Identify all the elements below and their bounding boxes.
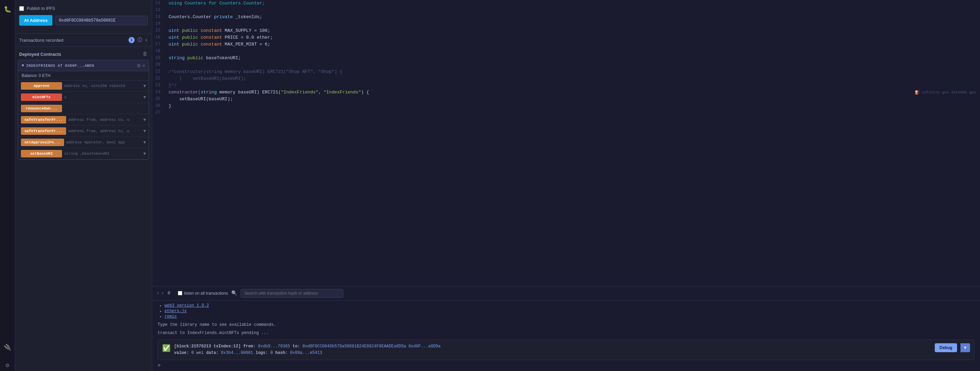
line-num-14: 14 bbox=[152, 21, 166, 27]
approve-params: address to, uint256 tokenId bbox=[64, 84, 141, 88]
line-content-20 bbox=[166, 62, 980, 68]
line-num-11: 11 bbox=[152, 0, 166, 7]
search-icon: 🔍 bbox=[231, 290, 237, 296]
listen-checkbox-row: listen on all transactions bbox=[178, 291, 228, 296]
line-num-21: 21 bbox=[152, 68, 166, 75]
code-line-22: 22 | setBaseURI(baseURI); bbox=[152, 75, 980, 82]
trash-icon[interactable]: 🗑 bbox=[143, 51, 148, 57]
bottom-bar: ‹ › 0 listen on all transactions 🔍 web3 … bbox=[152, 286, 980, 371]
code-line-25: 25 setBaseURI(baseURI); bbox=[152, 96, 980, 103]
safetransfer2-params: address from, address to, u bbox=[68, 129, 141, 133]
at-address-input[interactable] bbox=[55, 16, 148, 25]
code-line-16: 16 uint public constant PRICE = 0.0 ethe… bbox=[152, 34, 980, 41]
toolbar-row: ‹ › 0 listen on all transactions 🔍 bbox=[152, 287, 980, 301]
fn-row-safetransfer1: safeTransferFr... address from, address … bbox=[18, 114, 149, 125]
code-line-11: 11 using Counters for Counters.Counter; bbox=[152, 0, 980, 7]
line-content-19: string public baseTokenURI; bbox=[166, 55, 980, 62]
line-num-17: 17 bbox=[152, 41, 166, 48]
listen-checkbox[interactable] bbox=[178, 291, 182, 295]
line-num-22: 22 bbox=[152, 75, 166, 82]
line-content-22: | setBaseURI(baseURI); bbox=[166, 75, 980, 82]
mintnfts-button[interactable]: mintNFTs bbox=[21, 94, 62, 101]
debug-expand-button[interactable]: ▼ bbox=[961, 343, 970, 352]
gas-annotation: ⛽ infinite gas 3214000 gas bbox=[910, 89, 980, 96]
fn-row-setapproval: setApprovalFo... address operator, bool … bbox=[18, 137, 149, 148]
safetransfer1-button[interactable]: safeTransferFr... bbox=[21, 116, 66, 124]
contract-name: INDEXFRIENDS AT 0XD0F...ABD9 bbox=[26, 63, 135, 68]
line-content-25: setBaseURI(baseURI); bbox=[166, 96, 980, 103]
setapproval-button[interactable]: setApprovalFo... bbox=[21, 139, 64, 146]
at-address-button[interactable]: At Address bbox=[19, 15, 52, 26]
list-item-ethers: ethers.js bbox=[164, 309, 975, 314]
code-line-19: 19 string public baseTokenURI; bbox=[152, 55, 980, 62]
ethers-link[interactable]: ethers.js bbox=[164, 309, 187, 314]
line-num-24: 24 bbox=[152, 89, 166, 96]
tx-value: value: 0 wei data: 0x3b4...00001 logs: 0… bbox=[174, 350, 322, 355]
search-input[interactable] bbox=[240, 289, 344, 298]
mintnfts-chevron-icon[interactable]: ▼ bbox=[143, 95, 146, 100]
console-links-list: web3 version 1.9.2 ethers.js remix bbox=[158, 303, 975, 319]
fn-row-mintnfts: mintNFTs 1 ▼ bbox=[18, 92, 149, 103]
setbaseuri-button[interactable]: setBaseURI bbox=[21, 150, 62, 157]
line-content-12 bbox=[166, 7, 980, 14]
bug-icon[interactable]: 🐛 bbox=[2, 3, 13, 15]
copy-icon[interactable]: ⧉ bbox=[137, 63, 140, 68]
line-content-13: Counters.Counter private _tokenIds; bbox=[166, 14, 980, 21]
prev-arrow-icon[interactable]: ‹ bbox=[156, 290, 160, 296]
approve-chevron-icon[interactable]: ▼ bbox=[143, 84, 146, 89]
code-editor[interactable]: 11 using Counters for Counters.Counter; … bbox=[152, 0, 980, 286]
console-area: web3 version 1.9.2 ethers.js remix Type … bbox=[152, 301, 980, 371]
info-icon[interactable]: ⓘ bbox=[137, 37, 142, 43]
settings-icon[interactable]: ⚙ bbox=[3, 359, 11, 371]
left-navigation: 🐛 🔌 ⚙ bbox=[0, 0, 15, 371]
line-num-16: 16 bbox=[152, 34, 166, 41]
renounceown-button[interactable]: renounceOwn... bbox=[21, 105, 62, 112]
line-num-13: 13 bbox=[152, 14, 166, 21]
console-prompt: > bbox=[158, 363, 975, 368]
line-num-15: 15 bbox=[152, 27, 166, 34]
safetransfer2-chevron-icon[interactable]: ▼ bbox=[143, 129, 146, 134]
setbaseuri-params: string _baseTokenURI bbox=[64, 152, 141, 156]
web3-link[interactable]: web3 version 1.9.2 bbox=[164, 303, 209, 308]
fn-row-safetransfer2: safeTransferFr... address from, address … bbox=[18, 125, 149, 137]
remix-link[interactable]: remix bbox=[164, 314, 177, 319]
code-line-24: 24 constructor(string memory baseURI) ER… bbox=[152, 89, 980, 96]
transactions-row[interactable]: Transactions recorded 1 ⓘ › bbox=[15, 33, 152, 47]
contract-expand-icon[interactable]: ▼ bbox=[22, 63, 24, 68]
code-line-20: 20 bbox=[152, 62, 980, 68]
toolbar-count: 0 bbox=[167, 290, 174, 296]
code-line-13: 13 Counters.Counter private _tokenIds; bbox=[152, 14, 980, 21]
console-pending-text: transact to IndexFriends.mintNFTs pendin… bbox=[158, 330, 975, 336]
navigate-arrows[interactable]: ‹ › bbox=[156, 290, 164, 296]
setapproval-params: address operator, bool app bbox=[66, 140, 142, 144]
safetransfer1-chevron-icon[interactable]: ▼ bbox=[143, 117, 146, 122]
setbaseuri-chevron-icon[interactable]: ▼ bbox=[143, 151, 146, 156]
list-item-remix: remix bbox=[164, 314, 975, 319]
fn-row-renounceown: renounceOwn... bbox=[18, 103, 149, 114]
transactions-chevron-icon[interactable]: › bbox=[145, 37, 148, 43]
tx-success-icon: ✅ bbox=[162, 344, 171, 352]
tx-block: [block:21576213 txIndex:12] from: 0xdb9.… bbox=[174, 344, 441, 349]
list-item-web3: web3 version 1.9.2 bbox=[164, 303, 975, 308]
code-line-14: 14 bbox=[152, 21, 980, 27]
line-num-25: 25 bbox=[152, 96, 166, 103]
line-content-24: constructor(string memory baseURI) ERC72… bbox=[166, 89, 910, 96]
line-content-26: } bbox=[166, 103, 980, 109]
code-line-23: 23 }*/ bbox=[152, 82, 980, 89]
line-content-16: uint public constant PRICE = 0.0 ether; bbox=[166, 34, 980, 41]
safetransfer1-params: address from, address to, u bbox=[68, 118, 141, 122]
code-line-12: 12 bbox=[152, 7, 980, 14]
plugin-icon[interactable]: 🔌 bbox=[2, 342, 13, 353]
line-content-21: /*constructor(string memory baseURI) ERC… bbox=[166, 68, 980, 75]
debug-button[interactable]: Debug bbox=[935, 343, 957, 352]
publish-ipfs-checkbox[interactable] bbox=[19, 6, 24, 11]
close-contract-icon[interactable]: ✕ bbox=[143, 63, 145, 68]
safetransfer2-button[interactable]: safeTransferFr... bbox=[21, 127, 66, 135]
fn-row-setbaseuri: setBaseURI string _baseTokenURI ▼ bbox=[18, 148, 149, 160]
line-content-18 bbox=[166, 48, 980, 55]
setapproval-chevron-icon[interactable]: ▼ bbox=[143, 140, 146, 145]
next-arrow-icon[interactable]: › bbox=[161, 290, 164, 296]
tx-details: [block:21576213 txIndex:12] from: 0xdb9.… bbox=[174, 343, 931, 356]
transactions-badge: 1 bbox=[129, 37, 135, 43]
approve-button[interactable]: approve bbox=[21, 82, 62, 90]
